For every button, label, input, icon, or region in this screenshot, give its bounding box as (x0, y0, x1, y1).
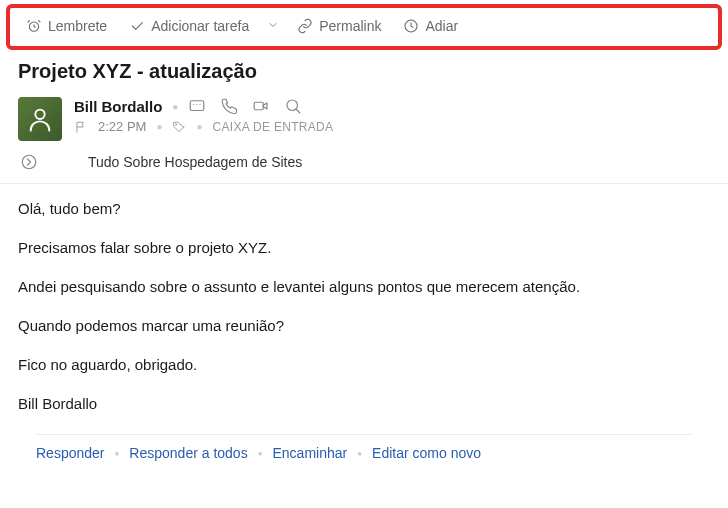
snooze-button[interactable]: Adiar (395, 14, 466, 38)
body-paragraph: Precisamos falar sobre o projeto XYZ. (18, 237, 710, 258)
svg-point-2 (35, 110, 44, 119)
add-task-label: Adicionar tarefa (151, 18, 249, 34)
toolbar-highlight-box: Lembrete Adicionar tarefa Permalink Adia… (6, 4, 722, 50)
phone-icon[interactable] (220, 97, 238, 115)
video-icon[interactable] (252, 97, 270, 115)
body-paragraph: Andei pesquisando sobre o assunto e leva… (18, 276, 710, 297)
svg-point-7 (22, 155, 36, 169)
message-header: Bill Bordallo ● 2:22 PM (0, 87, 728, 149)
message-time: 2:22 PM (98, 119, 146, 134)
reminder-label: Lembrete (48, 18, 107, 34)
body-paragraph: Olá, tudo bem? (18, 198, 710, 219)
folder-label: CAIXA DE ENTRADA (213, 120, 334, 134)
body-paragraph: Quando podemos marcar uma reunião? (18, 315, 710, 336)
add-task-dropdown[interactable] (263, 18, 283, 34)
svg-rect-3 (191, 101, 205, 111)
message-subject: Projeto XYZ - atualização (0, 50, 728, 87)
permalink-label: Permalink (319, 18, 381, 34)
forward-button[interactable]: Encaminhar (273, 445, 348, 461)
message-actions: Responder ● Responder a todos ● Encaminh… (36, 434, 692, 469)
check-icon (129, 18, 145, 34)
svg-point-6 (176, 124, 177, 125)
snooze-label: Adiar (425, 18, 458, 34)
recipient-line: Tudo Sobre Hospedagem de Sites (0, 149, 728, 184)
expand-recipients-icon[interactable] (20, 153, 38, 171)
separator-dot: ● (196, 121, 202, 132)
separator-dot: ● (256, 449, 265, 458)
edit-as-new-button[interactable]: Editar como novo (372, 445, 481, 461)
reminder-button[interactable]: Lembrete (18, 14, 115, 38)
separator-dot: ● (355, 449, 364, 458)
add-task-button[interactable]: Adicionar tarefa (121, 14, 257, 38)
separator-dot: ● (172, 101, 178, 112)
separator-dot: ● (156, 121, 162, 132)
reply-button[interactable]: Responder (36, 445, 105, 461)
separator-dot: ● (113, 449, 122, 458)
link-icon (297, 18, 313, 34)
alarm-icon (26, 18, 42, 34)
reply-all-button[interactable]: Responder a todos (129, 445, 247, 461)
permalink-button[interactable]: Permalink (289, 14, 389, 38)
sender-avatar[interactable] (18, 97, 62, 141)
clock-icon (403, 18, 419, 34)
message-body: Olá, tudo bem? Precisamos falar sobre o … (0, 184, 728, 434)
message-toolbar: Lembrete Adicionar tarefa Permalink Adia… (18, 14, 710, 38)
svg-rect-4 (255, 102, 264, 110)
sender-name[interactable]: Bill Bordallo (74, 98, 162, 115)
search-icon[interactable] (284, 97, 302, 115)
recipient-name: Tudo Sobre Hospedagem de Sites (88, 154, 302, 170)
chat-icon[interactable] (188, 97, 206, 115)
body-signature: Bill Bordallo (18, 393, 710, 414)
tag-icon[interactable] (172, 120, 186, 134)
flag-icon[interactable] (74, 120, 88, 134)
body-paragraph: Fico no aguardo, obrigado. (18, 354, 710, 375)
